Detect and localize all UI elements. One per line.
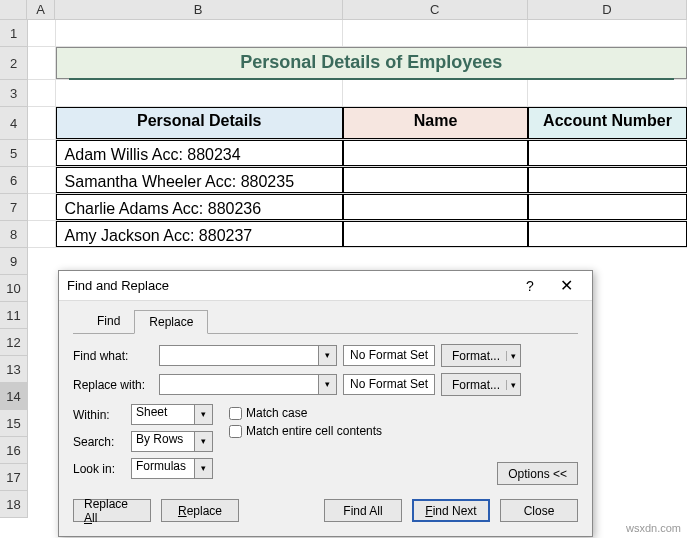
cell-B5[interactable]: Adam Willis Acc: 880234 — [56, 140, 343, 166]
lookin-dropdown-icon[interactable]: ▾ — [195, 458, 213, 479]
header-details[interactable]: Personal Details — [56, 107, 343, 139]
header-account[interactable]: Account Number — [528, 107, 687, 139]
row-header-18[interactable]: 18 — [0, 491, 28, 518]
select-all-corner[interactable] — [0, 0, 27, 19]
replace-with-dropdown-icon[interactable]: ▾ — [319, 374, 337, 395]
replace-with-input[interactable] — [159, 374, 319, 395]
row-header-4[interactable]: 4 — [0, 107, 28, 140]
col-header-C[interactable]: C — [343, 0, 528, 19]
match-case-checkbox[interactable]: Match case — [229, 406, 382, 420]
find-all-button[interactable]: Find All — [324, 499, 402, 522]
dialog-tabs: Find Replace — [73, 309, 578, 334]
row-header-11[interactable]: 11 — [0, 302, 28, 329]
close-button[interactable]: Close — [500, 499, 578, 522]
cell-D7[interactable] — [528, 194, 687, 220]
row-header-5[interactable]: 5 — [0, 140, 28, 167]
find-next-button[interactable]: Find Next — [412, 499, 490, 522]
row-header-2[interactable]: 2 — [0, 47, 28, 80]
find-format-button[interactable]: Format...▾ — [441, 344, 521, 367]
row-header-13[interactable]: 13 — [0, 356, 28, 383]
label-findwhat: Find what: — [73, 349, 153, 363]
search-dropdown-icon[interactable]: ▾ — [195, 431, 213, 452]
lookin-select[interactable]: Formulas — [131, 458, 195, 479]
label-within: Within: — [73, 408, 125, 422]
row-header-16[interactable]: 16 — [0, 437, 28, 464]
cell-B7[interactable]: Charlie Adams Acc: 880236 — [56, 194, 343, 220]
close-icon[interactable]: ✕ — [548, 276, 584, 295]
row-header-9[interactable]: 9 — [0, 248, 28, 275]
within-dropdown-icon[interactable]: ▾ — [195, 404, 213, 425]
tab-replace[interactable]: Replace — [134, 310, 208, 334]
find-replace-dialog: Find and Replace ? ✕ Find Replace Find w… — [58, 270, 593, 537]
cell-D6[interactable] — [528, 167, 687, 193]
search-select[interactable]: By Rows — [131, 431, 195, 452]
col-header-A[interactable]: A — [27, 0, 54, 19]
row-header-6[interactable]: 6 — [0, 167, 28, 194]
col-header-B[interactable]: B — [55, 0, 343, 19]
replace-button[interactable]: Replace — [161, 499, 239, 522]
dialog-title: Find and Replace — [67, 278, 512, 293]
sheet-title-text: Personal Details of Employees — [240, 52, 502, 72]
cell-B8[interactable]: Amy Jackson Acc: 880237 — [56, 221, 343, 247]
row-header-1[interactable]: 1 — [0, 20, 28, 47]
cell-C5[interactable] — [343, 140, 528, 166]
cell-C8[interactable] — [343, 221, 528, 247]
label-lookin: Look in: — [73, 462, 125, 476]
find-what-dropdown-icon[interactable]: ▾ — [319, 345, 337, 366]
help-icon[interactable]: ? — [512, 278, 548, 294]
row-header-10[interactable]: 10 — [0, 275, 28, 302]
row-header-15[interactable]: 15 — [0, 410, 28, 437]
cell-D8[interactable] — [528, 221, 687, 247]
watermark: wsxdn.com — [626, 522, 681, 534]
replace-format-button[interactable]: Format...▾ — [441, 373, 521, 396]
col-header-D[interactable]: D — [528, 0, 687, 19]
row-header-14[interactable]: 14 — [0, 383, 28, 410]
row-header-3[interactable]: 3 — [0, 80, 28, 107]
column-headers: A B C D — [0, 0, 687, 20]
within-select[interactable]: Sheet — [131, 404, 195, 425]
cell-D5[interactable] — [528, 140, 687, 166]
label-replacewith: Replace with: — [73, 378, 153, 392]
cell-C6[interactable] — [343, 167, 528, 193]
label-search: Search: — [73, 435, 125, 449]
row-header-8[interactable]: 8 — [0, 221, 28, 248]
chevron-down-icon: ▾ — [506, 380, 516, 390]
cell-C7[interactable] — [343, 194, 528, 220]
row-header-12[interactable]: 12 — [0, 329, 28, 356]
match-cell-checkbox[interactable]: Match entire cell contents — [229, 424, 382, 438]
tab-find[interactable]: Find — [83, 310, 134, 334]
row-header-17[interactable]: 17 — [0, 464, 28, 491]
replace-all-button[interactable]: Replace All — [73, 499, 151, 522]
dialog-titlebar[interactable]: Find and Replace ? ✕ — [59, 271, 592, 301]
replace-format-status: No Format Set — [343, 374, 435, 395]
find-what-input[interactable] — [159, 345, 319, 366]
row-header-7[interactable]: 7 — [0, 194, 28, 221]
sheet-title: Personal Details of Employees — [56, 47, 687, 79]
find-format-status: No Format Set — [343, 345, 435, 366]
options-button[interactable]: Options << — [497, 462, 578, 485]
chevron-down-icon: ▾ — [506, 351, 516, 361]
cell-area[interactable]: Personal Details of Employees Personal D… — [28, 20, 687, 248]
header-name[interactable]: Name — [343, 107, 528, 139]
row-headers: 1 2 3 4 5 6 7 8 9 10 11 12 13 14 15 16 1… — [0, 20, 28, 518]
cell-B6[interactable]: Samantha Wheeler Acc: 880235 — [56, 167, 343, 193]
